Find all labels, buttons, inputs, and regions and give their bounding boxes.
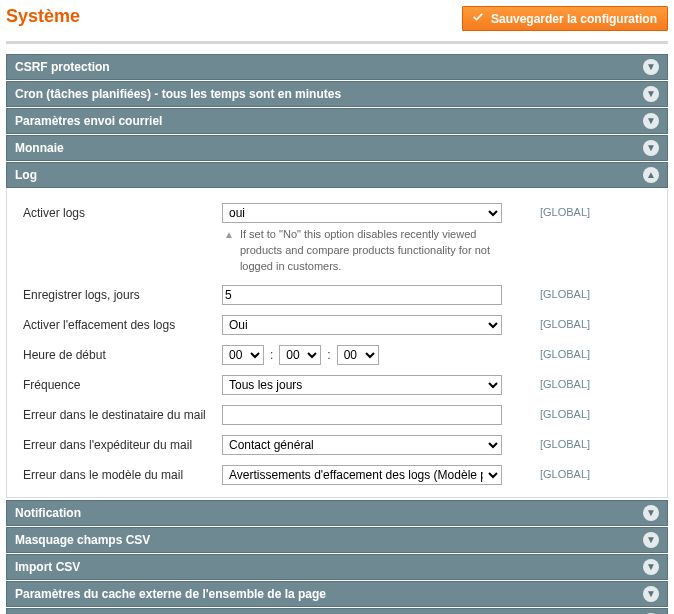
divider	[6, 41, 668, 44]
section-page-cache-title: Paramètres du cache externe de l'ensembl…	[15, 587, 326, 601]
chevron-down-icon: ▼	[643, 86, 659, 102]
scope-label: [GLOBAL]	[512, 285, 590, 300]
page-title: Système	[6, 6, 80, 27]
section-log-body: Activer logs oui ▲ If set to "No" this o…	[6, 189, 668, 498]
time-separator: :	[327, 348, 330, 362]
section-csrf-title: CSRF protection	[15, 60, 110, 74]
log-cleaning-select[interactable]: Oui	[222, 315, 502, 335]
error-recipient-input[interactable]	[222, 405, 502, 425]
section-mail-title: Paramètres envoi courriel	[15, 114, 162, 128]
start-time-label: Heure de début	[17, 345, 222, 362]
enable-logs-select[interactable]: oui	[222, 203, 502, 223]
chevron-down-icon: ▼	[643, 532, 659, 548]
section-csv-import[interactable]: Import CSV ▼	[6, 554, 668, 580]
section-csrf[interactable]: CSRF protection ▼	[6, 54, 668, 80]
section-currency[interactable]: Monnaie ▼	[6, 135, 668, 161]
section-log[interactable]: Log ▲	[6, 162, 668, 188]
scope-label: [GLOBAL]	[512, 315, 590, 330]
error-sender-select[interactable]: Contact général	[222, 435, 502, 455]
start-hour-select[interactable]: 00	[222, 345, 264, 365]
scope-label: [GLOBAL]	[512, 345, 590, 360]
start-sec-select[interactable]: 00	[337, 345, 379, 365]
scope-label: [GLOBAL]	[512, 405, 590, 420]
enable-logs-label: Activer logs	[17, 203, 222, 220]
error-template-select[interactable]: Avertissements d'effacement des logs (Mo…	[222, 465, 502, 485]
chevron-down-icon: ▼	[643, 113, 659, 129]
start-min-select[interactable]: 00	[279, 345, 321, 365]
scope-label: [GLOBAL]	[512, 435, 590, 450]
save-days-label: Enregistrer logs, jours	[17, 285, 222, 302]
error-sender-label: Erreur dans l'expéditeur du mail	[17, 435, 222, 452]
scope-label: [GLOBAL]	[512, 465, 590, 480]
error-template-label: Erreur dans le modèle du mail	[17, 465, 222, 482]
chevron-down-icon: ▼	[643, 586, 659, 602]
chevron-down-icon: ▼	[643, 505, 659, 521]
section-notification[interactable]: Notification ▼	[6, 500, 668, 526]
chevron-up-icon: ▲	[643, 167, 659, 183]
section-cron-title: Cron (tâches planifiées) - tous les temp…	[15, 87, 341, 101]
save-days-input[interactable]	[222, 285, 502, 305]
error-recipient-label: Erreur dans le destinataire du mail	[17, 405, 222, 422]
enable-logs-hint: If set to "No" this option disables rece…	[240, 227, 512, 275]
time-separator: :	[270, 348, 273, 362]
chevron-down-icon: ▼	[643, 59, 659, 75]
section-log-title: Log	[15, 168, 37, 182]
log-cleaning-label: Activer l'effacement des logs	[17, 315, 222, 332]
scope-label: [GLOBAL]	[512, 203, 590, 218]
check-icon	[471, 10, 485, 27]
save-button-label: Sauvegarder la configuration	[491, 12, 657, 26]
scope-label: [GLOBAL]	[512, 375, 590, 390]
save-config-button[interactable]: Sauvegarder la configuration	[462, 6, 668, 31]
section-page-cache[interactable]: Paramètres du cache externe de l'ensembl…	[6, 581, 668, 607]
frequency-select[interactable]: Tous les jours	[222, 375, 502, 395]
section-currency-title: Monnaie	[15, 141, 64, 155]
section-notification-title: Notification	[15, 506, 81, 520]
section-cron[interactable]: Cron (tâches planifiées) - tous les temp…	[6, 81, 668, 107]
section-mail[interactable]: Paramètres envoi courriel ▼	[6, 108, 668, 134]
section-csv-mask[interactable]: Masquage champs CSV ▼	[6, 527, 668, 553]
section-media-storage[interactable]: Configuration du stockage pour les média…	[6, 608, 668, 614]
frequency-label: Fréquence	[17, 375, 222, 392]
section-csv-import-title: Import CSV	[15, 560, 80, 574]
chevron-down-icon: ▼	[643, 559, 659, 575]
chevron-down-icon: ▼	[643, 140, 659, 156]
hint-arrow-icon: ▲	[224, 227, 234, 275]
section-csv-mask-title: Masquage champs CSV	[15, 533, 150, 547]
